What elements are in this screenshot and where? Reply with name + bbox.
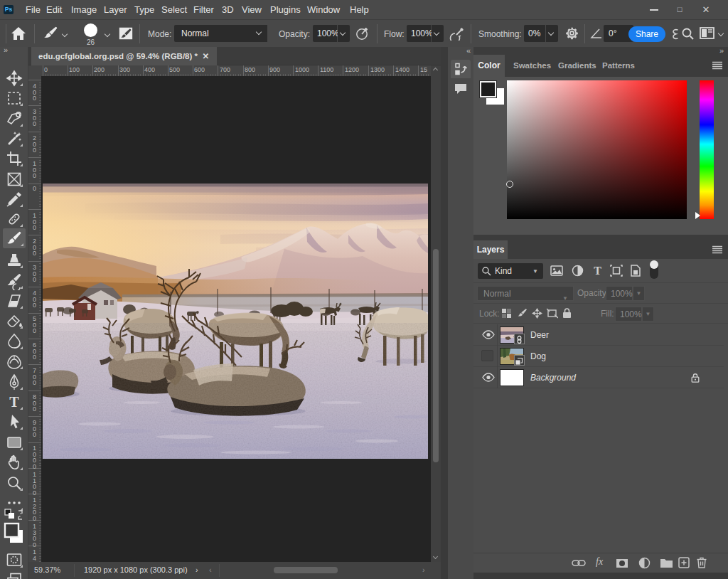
svg-text:T: T — [9, 394, 19, 410]
svg-text:T: T — [594, 265, 601, 277]
